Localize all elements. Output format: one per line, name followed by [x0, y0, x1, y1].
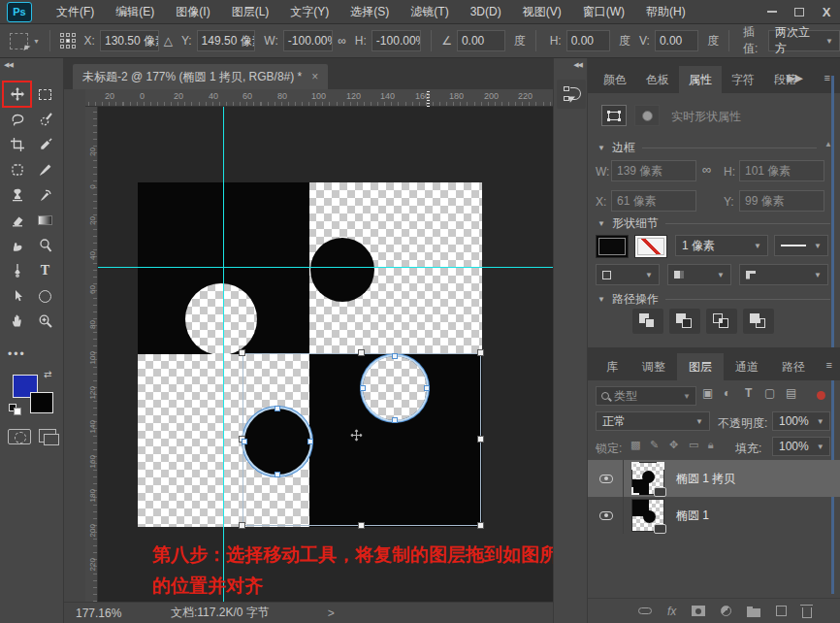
- layer-filter-select[interactable]: 类型 ▼: [596, 386, 696, 406]
- height-scale-input[interactable]: -100.00%: [372, 30, 422, 51]
- status-expand-icon[interactable]: >: [328, 607, 335, 620]
- filter-shape-layers-icon[interactable]: ▢: [764, 386, 775, 400]
- canvas-viewport[interactable]: 第八步：选择移动工具，将复制的图层拖到如图所示 的位置并对齐: [98, 107, 553, 602]
- collapse-panel-icon[interactable]: ◀◀: [4, 61, 13, 69]
- layer-thumbnail[interactable]: [631, 499, 664, 532]
- default-colors-icon[interactable]: [9, 404, 22, 415]
- swap-colors-icon[interactable]: ⇄: [44, 369, 51, 379]
- stroke-caps-select[interactable]: ▼: [667, 264, 731, 285]
- menu-filter[interactable]: 滤镜(T): [400, 0, 459, 23]
- quick-selection-tool[interactable]: [31, 107, 59, 132]
- filter-smart-objects-icon[interactable]: ▤: [786, 386, 796, 400]
- live-shape-rect-button[interactable]: [601, 105, 627, 126]
- horizontal-guide[interactable]: [98, 267, 553, 268]
- link-layers-icon[interactable]: [638, 607, 652, 614]
- menu-help[interactable]: 帮助(H): [635, 0, 696, 23]
- stroke-width-select[interactable]: 1 像素 ▼: [675, 235, 768, 256]
- lock-transparency-icon[interactable]: ▩: [630, 439, 640, 451]
- path-anchor[interactable]: [275, 406, 280, 411]
- vertical-guide[interactable]: [223, 107, 224, 602]
- menu-type[interactable]: 文字(Y): [279, 0, 339, 23]
- horizontal-ruler[interactable]: 20 0 20 40 60 80 100 120 140 160 180 200…: [85, 89, 553, 107]
- transform-handle[interactable]: [477, 436, 484, 443]
- border-section-header[interactable]: ▼ 边框: [598, 140, 817, 156]
- pen-tool[interactable]: [3, 258, 31, 283]
- stroke-corners-select[interactable]: ▼: [739, 264, 828, 285]
- lasso-tool[interactable]: [3, 107, 31, 132]
- zoom-level-input[interactable]: 177.16%: [76, 607, 144, 620]
- background-color-swatch[interactable]: [30, 392, 53, 413]
- link-wh-icon[interactable]: ∞: [702, 162, 711, 177]
- tab-character[interactable]: 字符: [722, 66, 764, 93]
- transform-tool-icon[interactable]: [10, 33, 28, 49]
- close-tab-icon[interactable]: ×: [311, 70, 318, 83]
- width-scale-input[interactable]: -100.00%: [283, 30, 334, 51]
- gradient-tool[interactable]: [31, 208, 59, 233]
- menu-3d[interactable]: 3D(D): [460, 0, 512, 23]
- v-skew-input[interactable]: 0.00: [655, 30, 698, 51]
- fill-color-swatch[interactable]: [596, 235, 629, 258]
- fill-input[interactable]: 100% ▼: [772, 437, 830, 456]
- zoom-tool[interactable]: [31, 309, 59, 334]
- path-anchor[interactable]: [392, 353, 398, 359]
- tab-properties[interactable]: 属性: [679, 66, 722, 93]
- layer-thumbnail[interactable]: [631, 462, 664, 495]
- filter-adjustment-layers-icon[interactable]: ◐: [724, 386, 730, 400]
- transform-handle[interactable]: [239, 349, 245, 356]
- crop-tool[interactable]: [3, 132, 31, 157]
- tab-layers[interactable]: 图层: [677, 353, 724, 380]
- tab-color[interactable]: 颜色: [594, 66, 636, 93]
- type-tool[interactable]: T: [31, 258, 59, 283]
- mask-properties-button[interactable]: [634, 105, 660, 126]
- tab-libraries[interactable]: 库: [594, 353, 630, 380]
- shape-details-header[interactable]: ▼ 形状细节: [598, 215, 830, 232]
- interpolation-select[interactable]: 两次立方 ▼: [768, 30, 840, 51]
- menu-select[interactable]: 选择(S): [339, 0, 400, 23]
- delete-layer-icon[interactable]: [802, 607, 812, 618]
- reference-point-grid[interactable]: [60, 33, 76, 49]
- tab-channels[interactable]: 通道: [724, 353, 770, 380]
- healing-brush-tool[interactable]: [3, 157, 31, 182]
- path-anchor[interactable]: [392, 417, 398, 423]
- layer-effects-icon[interactable]: fx: [667, 605, 676, 618]
- path-anchor[interactable]: [275, 472, 280, 477]
- tool-preset-caret-icon[interactable]: ▼: [33, 38, 40, 45]
- quick-mask-button[interactable]: [8, 429, 31, 444]
- hand-tool[interactable]: [3, 309, 31, 334]
- new-group-icon[interactable]: [747, 608, 760, 617]
- filter-pixel-layers-icon[interactable]: ▣: [702, 386, 713, 400]
- path-anchor[interactable]: [307, 439, 313, 444]
- layer-row-ellipse[interactable]: 椭圆 1: [588, 497, 840, 534]
- stroke-color-swatch[interactable]: [634, 235, 667, 258]
- visibility-eye-icon[interactable]: [599, 475, 613, 483]
- transform-handle[interactable]: [358, 349, 365, 356]
- shape-width-input[interactable]: 139 像素: [611, 160, 696, 181]
- vertical-ruler[interactable]: 20 0 20 40 60 80 100 120 140 160 180 200…: [85, 107, 98, 602]
- tab-adjustments[interactable]: 调整: [630, 353, 677, 380]
- panel-menu-icon[interactable]: ≡: [824, 72, 830, 83]
- filter-type-layers-icon[interactable]: T: [745, 386, 752, 400]
- lock-all-icon[interactable]: 🔒︎: [708, 439, 714, 451]
- shape-x-input[interactable]: 61 像素: [611, 190, 696, 212]
- panel-menu-icon[interactable]: ≡: [826, 359, 832, 371]
- lock-pixels-icon[interactable]: ✎: [650, 439, 659, 451]
- close-button[interactable]: X: [813, 0, 840, 23]
- layer-name[interactable]: 椭圆 1 拷贝: [676, 471, 735, 487]
- menu-file[interactable]: 文件(F): [46, 0, 105, 23]
- stroke-style-select[interactable]: ▼: [774, 235, 828, 256]
- path-operations-header[interactable]: ▼ 路径操作: [598, 291, 830, 308]
- path-anchor[interactable]: [360, 385, 366, 391]
- eraser-tool[interactable]: [3, 208, 31, 233]
- transform-handle[interactable]: [239, 522, 245, 529]
- smudge-tool[interactable]: [3, 233, 31, 258]
- new-adjustment-layer-icon[interactable]: [721, 606, 731, 616]
- opacity-input[interactable]: 100% ▼: [772, 411, 830, 431]
- path-selection-tool[interactable]: [3, 283, 31, 309]
- visibility-eye-icon[interactable]: [599, 511, 613, 520]
- intersect-shapes-button[interactable]: [706, 309, 737, 334]
- more-tools-icon[interactable]: •••: [8, 347, 26, 361]
- add-mask-icon[interactable]: [692, 606, 705, 616]
- filter-toggle-icon[interactable]: [817, 391, 825, 400]
- menu-image[interactable]: 图像(I): [165, 0, 220, 23]
- menu-view[interactable]: 视图(V): [512, 0, 572, 23]
